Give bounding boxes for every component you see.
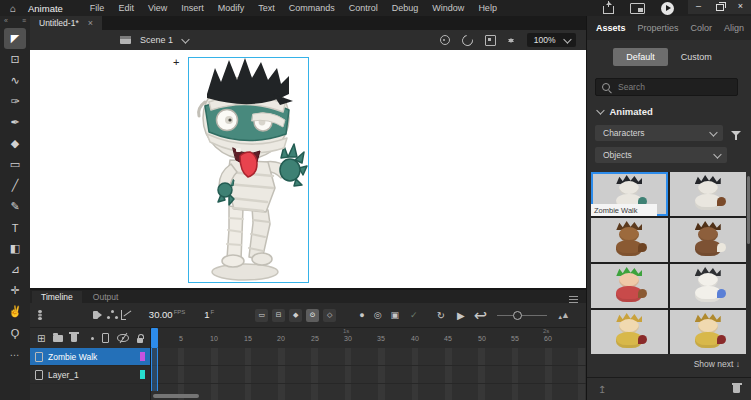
selection-tool[interactable]: ◤ bbox=[4, 28, 26, 49]
pen-tool[interactable]: ✎ bbox=[4, 196, 26, 217]
custom-mode-button[interactable]: Custom bbox=[668, 48, 725, 66]
eyedropper-tool[interactable]: ⊿ bbox=[4, 259, 26, 280]
center-frame-button[interactable]: ↩ bbox=[474, 306, 487, 325]
delete-layer-icon[interactable] bbox=[71, 334, 77, 342]
play-button[interactable]: ▶ bbox=[457, 310, 465, 321]
playhead[interactable] bbox=[151, 328, 158, 391]
show-next-link[interactable]: Show next ↓ bbox=[587, 354, 751, 369]
upload-asset-icon[interactable]: ↥ bbox=[598, 384, 606, 395]
current-frame-control[interactable]: 1F bbox=[204, 309, 214, 320]
close-document-icon[interactable]: × bbox=[88, 18, 93, 28]
timeline-zoom-knob[interactable] bbox=[513, 311, 522, 320]
center-stage-icon[interactable] bbox=[440, 35, 450, 45]
timeline-tab[interactable]: Timeline bbox=[32, 291, 82, 303]
classic-brush-tool[interactable]: ✒ bbox=[4, 112, 26, 133]
frame-size-icon[interactable]: ▲▲ bbox=[557, 310, 570, 320]
line-tool[interactable]: ╱ bbox=[4, 175, 26, 196]
asset-zombie-walk[interactable]: Zombie Walk bbox=[591, 172, 668, 216]
hand-tool[interactable]: ✌ bbox=[4, 301, 26, 322]
insert-blank-keyframe-button[interactable]: ◇ bbox=[323, 309, 336, 322]
scene-name[interactable]: Scene 1 bbox=[140, 35, 173, 45]
frames-area[interactable]: 51015202530354045505560 1s2s bbox=[151, 328, 586, 400]
asset-warp-tool[interactable]: ✛ bbox=[4, 280, 26, 301]
scene-dropdown-icon[interactable] bbox=[182, 35, 190, 43]
lasso-tool[interactable]: ∿ bbox=[4, 70, 26, 91]
menu-item[interactable]: Control bbox=[342, 3, 385, 13]
menu-item[interactable]: Debug bbox=[385, 3, 426, 13]
menu-item[interactable]: Text bbox=[251, 3, 282, 13]
menu-item[interactable]: Edit bbox=[111, 3, 141, 13]
auto-keyframe-button[interactable]: ⊙ bbox=[306, 309, 319, 322]
share-icon[interactable] bbox=[603, 6, 614, 14]
insert-keyframe-button[interactable]: ◆ bbox=[289, 309, 302, 322]
frame-ruler[interactable]: 51015202530354045505560 1s2s bbox=[151, 328, 586, 349]
search-input[interactable] bbox=[616, 81, 731, 93]
menu-item[interactable]: File bbox=[83, 3, 112, 13]
stage[interactable]: + bbox=[30, 50, 586, 288]
camera-icon[interactable] bbox=[93, 311, 98, 319]
panel-grip-icon[interactable]: ≡ bbox=[22, 17, 26, 27]
asset-stork[interactable] bbox=[670, 264, 747, 308]
new-folder-icon[interactable] bbox=[53, 335, 62, 342]
layer-row[interactable]: Zombie Walk bbox=[30, 348, 150, 366]
layer-name[interactable]: Zombie Walk bbox=[48, 352, 135, 362]
outline-layers-icon[interactable] bbox=[102, 333, 110, 343]
rotate-stage-icon[interactable] bbox=[460, 32, 475, 47]
default-mode-button[interactable]: Default bbox=[613, 48, 668, 66]
zoom-tool[interactable]: Ϙ bbox=[4, 322, 26, 343]
eraser-tool[interactable]: ◆ bbox=[4, 133, 26, 154]
panel-tab[interactable]: Align bbox=[724, 23, 744, 33]
characters-dropdown[interactable]: Characters bbox=[595, 125, 723, 141]
section-expand-icon[interactable] bbox=[597, 106, 605, 114]
menu-item[interactable]: Commands bbox=[282, 3, 342, 13]
document-tab[interactable]: Untitled-1* × bbox=[30, 16, 102, 30]
close-button[interactable]: × bbox=[730, 0, 751, 14]
layer-color-swatch[interactable] bbox=[140, 370, 145, 379]
fit-stage-icon[interactable] bbox=[508, 35, 515, 46]
delete-asset-icon[interactable] bbox=[733, 385, 740, 393]
menu-item[interactable]: Insert bbox=[174, 3, 211, 13]
asset-zombie-rise[interactable] bbox=[670, 172, 747, 216]
timeline-tab[interactable]: Output bbox=[84, 291, 128, 303]
menu-item[interactable]: View bbox=[141, 3, 174, 13]
minimize-button[interactable]: – bbox=[688, 0, 709, 14]
menu-item[interactable]: Help bbox=[471, 3, 504, 13]
new-layer-icon[interactable]: ⊞ bbox=[37, 333, 45, 344]
search-box[interactable] bbox=[595, 78, 738, 96]
playhead-handle[interactable] bbox=[151, 328, 158, 348]
asset-angel-2[interactable] bbox=[670, 310, 747, 354]
test-movie-icon[interactable] bbox=[661, 2, 674, 15]
panel-tab[interactable]: Assets bbox=[596, 23, 626, 33]
filter-icon[interactable] bbox=[731, 131, 741, 136]
stage-zoom-select[interactable]: 100% bbox=[527, 33, 576, 47]
graph-editor-icon[interactable] bbox=[121, 310, 126, 320]
edit-multiple-frames-button[interactable]: ▣ bbox=[391, 310, 400, 320]
delete-frame-button[interactable]: ⊟ bbox=[272, 309, 285, 322]
panel-tab[interactable]: Properties bbox=[638, 23, 679, 33]
insert-frame-button[interactable]: ▭ bbox=[255, 309, 268, 322]
parenting-view-icon[interactable] bbox=[107, 310, 112, 320]
layer-color-swatch[interactable] bbox=[140, 352, 145, 361]
panel-tab[interactable]: Color bbox=[691, 23, 713, 33]
objects-dropdown[interactable]: Objects bbox=[595, 147, 727, 163]
onion-skin-stack-icon[interactable] bbox=[38, 310, 42, 314]
lock-layers-icon[interactable] bbox=[137, 338, 143, 343]
home-icon[interactable]: ⌂ bbox=[0, 3, 26, 14]
asset-wolf[interactable] bbox=[670, 218, 747, 262]
timeline-menu-icon[interactable] bbox=[569, 296, 578, 297]
frame-row[interactable] bbox=[151, 366, 586, 384]
restore-button[interactable] bbox=[709, 0, 730, 14]
more-tools-button[interactable]: … bbox=[10, 347, 21, 358]
collapse-panel-icon[interactable]: « bbox=[4, 17, 8, 27]
loop-button[interactable]: ↻ bbox=[437, 310, 445, 321]
device-preview-icon[interactable] bbox=[630, 3, 645, 14]
assets-scrollbar[interactable] bbox=[747, 176, 750, 244]
menu-item[interactable]: Modify bbox=[211, 3, 252, 13]
fps-control[interactable]: 30.00FPS bbox=[149, 309, 185, 320]
onion-outline-button[interactable]: ◎ bbox=[374, 310, 382, 320]
layer-name[interactable]: Layer_1 bbox=[48, 370, 135, 380]
confirm-icon[interactable]: ✓ bbox=[410, 310, 418, 320]
edit-scene-icon[interactable] bbox=[120, 36, 131, 44]
menu-item[interactable]: Window bbox=[425, 3, 471, 13]
timeline-zoom-slider[interactable] bbox=[497, 315, 547, 316]
